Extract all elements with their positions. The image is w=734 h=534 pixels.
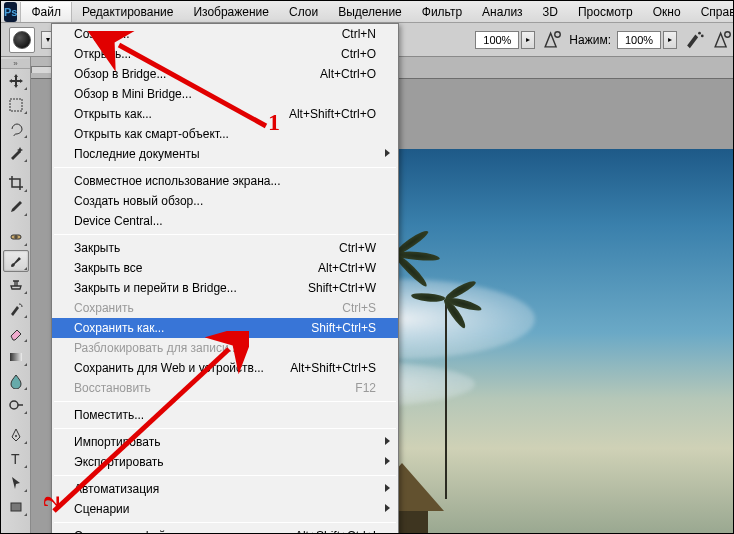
menu-item-label: Поместить... bbox=[74, 408, 144, 422]
menu-item[interactable]: Создать...Ctrl+N bbox=[52, 24, 398, 44]
menu-item[interactable]: Сохранить для Web и устройств...Alt+Shif… bbox=[52, 358, 398, 378]
blur-tool[interactable] bbox=[3, 370, 29, 392]
flow-dropdown[interactable]: ▸ bbox=[663, 31, 677, 49]
gradient-tool[interactable] bbox=[3, 346, 29, 368]
menu-item-shortcut: Alt+Shift+Ctrl+I bbox=[295, 529, 376, 534]
menubar-item-редактирование[interactable]: Редактирование bbox=[72, 2, 183, 22]
menu-item[interactable]: Открыть...Ctrl+O bbox=[52, 44, 398, 64]
menu-item[interactable]: ЗакрытьCtrl+W bbox=[52, 238, 398, 258]
menubar-item-изображение[interactable]: Изображение bbox=[183, 2, 279, 22]
menu-item[interactable]: Импортировать bbox=[52, 432, 398, 452]
opacity-field[interactable]: 100% bbox=[475, 31, 519, 49]
svg-rect-11 bbox=[11, 503, 21, 511]
menu-item-label: Восстановить bbox=[74, 381, 151, 395]
tablet-pressure-size-icon[interactable] bbox=[711, 29, 733, 51]
clone-stamp-tool[interactable] bbox=[3, 274, 29, 296]
menubar-item-окно[interactable]: Окно bbox=[643, 2, 691, 22]
dodge-tool[interactable] bbox=[3, 394, 29, 416]
menu-item[interactable]: Экспортировать bbox=[52, 452, 398, 472]
magic-wand-tool[interactable] bbox=[3, 142, 29, 164]
crop-tool[interactable] bbox=[3, 172, 29, 194]
menu-separator bbox=[54, 167, 396, 168]
menu-item[interactable]: Создать новый обзор... bbox=[52, 191, 398, 211]
menu-item-label: Разблокировать для записи... bbox=[74, 341, 239, 355]
menubar-item-3d[interactable]: 3D bbox=[533, 2, 568, 22]
menu-item[interactable]: Открыть как смарт-объект... bbox=[52, 124, 398, 144]
menu-item-label: Совместное использование экрана... bbox=[74, 174, 281, 188]
menubar-item-слои[interactable]: Слои bbox=[279, 2, 328, 22]
flow-label: Нажим: bbox=[569, 33, 611, 47]
menu-item[interactable]: Обзор в Bridge...Alt+Ctrl+O bbox=[52, 64, 398, 84]
menu-item-shortcut: Shift+Ctrl+W bbox=[308, 281, 376, 295]
menu-item[interactable]: Закрыть и перейти в Bridge...Shift+Ctrl+… bbox=[52, 278, 398, 298]
flow-field[interactable]: 100% bbox=[617, 31, 661, 49]
menu-item[interactable]: Закрыть всеAlt+Ctrl+W bbox=[52, 258, 398, 278]
history-brush-tool[interactable] bbox=[3, 298, 29, 320]
menu-item[interactable]: Обзор в Mini Bridge... bbox=[52, 84, 398, 104]
menu-item[interactable]: Последние документы bbox=[52, 144, 398, 164]
menu-item-label: Сохранить для Web и устройств... bbox=[74, 361, 264, 375]
menu-item-shortcut: Shift+Ctrl+S bbox=[311, 321, 376, 335]
menu-item-label: Сведения о файле... bbox=[74, 529, 189, 534]
menu-item-label: Создать новый обзор... bbox=[74, 194, 203, 208]
eraser-tool[interactable] bbox=[3, 322, 29, 344]
airbrush-icon[interactable] bbox=[683, 29, 705, 51]
menu-item-label: Последние документы bbox=[74, 147, 200, 161]
svg-point-3 bbox=[725, 31, 731, 37]
menu-item-shortcut: Ctrl+W bbox=[339, 241, 376, 255]
menu-item-label: Закрыть и перейти в Bridge... bbox=[74, 281, 237, 295]
menu-item[interactable]: Сведения о файле...Alt+Shift+Ctrl+I bbox=[52, 526, 398, 534]
menu-item[interactable]: Совместное использование экрана... bbox=[52, 171, 398, 191]
menu-item-label: Device Central... bbox=[74, 214, 163, 228]
submenu-arrow-icon bbox=[385, 504, 390, 512]
menu-item-label: Закрыть bbox=[74, 241, 120, 255]
rectangle-tool[interactable] bbox=[3, 496, 29, 518]
brush-preset-swatch[interactable] bbox=[9, 27, 35, 53]
menubar-item-файл[interactable]: Файл bbox=[20, 2, 72, 22]
svg-point-1 bbox=[698, 31, 701, 34]
menubar: Ps ФайлРедактированиеИзображениеСлоиВыде… bbox=[1, 1, 733, 23]
menu-item-label: Экспортировать bbox=[74, 455, 164, 469]
menu-item[interactable]: Сценарии bbox=[52, 499, 398, 519]
healing-brush-tool[interactable] bbox=[3, 226, 29, 248]
svg-point-9 bbox=[15, 435, 17, 437]
brush-tool[interactable] bbox=[3, 250, 29, 272]
move-tool[interactable] bbox=[3, 70, 29, 92]
menu-separator bbox=[54, 475, 396, 476]
svg-text:T: T bbox=[11, 451, 20, 467]
menu-item[interactable]: Открыть как...Alt+Shift+Ctrl+O bbox=[52, 104, 398, 124]
path-selection-tool[interactable] bbox=[3, 472, 29, 494]
menu-item-shortcut: Alt+Shift+Ctrl+O bbox=[289, 107, 376, 121]
menu-separator bbox=[54, 234, 396, 235]
menu-separator bbox=[54, 522, 396, 523]
eyedropper-tool[interactable] bbox=[3, 196, 29, 218]
menu-separator bbox=[54, 401, 396, 402]
menu-item-label: Открыть... bbox=[74, 47, 131, 61]
menu-item[interactable]: Поместить... bbox=[52, 405, 398, 425]
menu-item-label: Создать... bbox=[74, 27, 130, 41]
menu-item[interactable]: Device Central... bbox=[52, 211, 398, 231]
type-tool[interactable]: T bbox=[3, 448, 29, 470]
menubar-item-выделение[interactable]: Выделение bbox=[328, 2, 412, 22]
menubar-item-справк[interactable]: Справк bbox=[691, 2, 734, 22]
opacity-dropdown[interactable]: ▸ bbox=[521, 31, 535, 49]
svg-rect-4 bbox=[10, 99, 22, 111]
menubar-item-просмотр[interactable]: Просмотр bbox=[568, 2, 643, 22]
menu-item-label: Обзор в Mini Bridge... bbox=[74, 87, 192, 101]
menu-item: СохранитьCtrl+S bbox=[52, 298, 398, 318]
toolbar-collapse-handle[interactable]: » bbox=[1, 59, 30, 69]
lasso-tool[interactable] bbox=[3, 118, 29, 140]
menu-item[interactable]: Автоматизация bbox=[52, 479, 398, 499]
submenu-arrow-icon bbox=[385, 149, 390, 157]
submenu-arrow-icon bbox=[385, 457, 390, 465]
tools-panel: » T bbox=[1, 57, 31, 533]
tablet-pressure-opacity-icon[interactable] bbox=[541, 29, 563, 51]
pen-tool[interactable] bbox=[3, 424, 29, 446]
menu-item: Разблокировать для записи... bbox=[52, 338, 398, 358]
menu-item[interactable]: Сохранить как...Shift+Ctrl+S bbox=[52, 318, 398, 338]
marquee-tool[interactable] bbox=[3, 94, 29, 116]
menu-item-label: Сценарии bbox=[74, 502, 129, 516]
menubar-item-фильтр[interactable]: Фильтр bbox=[412, 2, 472, 22]
menubar-item-анализ[interactable]: Анализ bbox=[472, 2, 533, 22]
app-logo: Ps bbox=[4, 2, 17, 22]
